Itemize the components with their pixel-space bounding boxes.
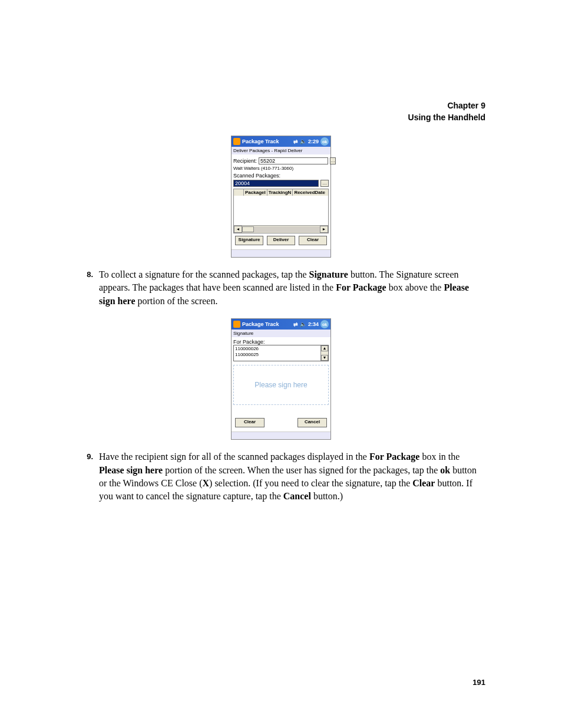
clear-signature-button[interactable]: Clear <box>235 418 265 427</box>
screen-subtitle: Signature <box>232 330 330 337</box>
step-9: 9. Have the recipient sign for all of th… <box>77 450 485 503</box>
col-trackingno[interactable]: TrackingN <box>267 189 293 196</box>
step-body: Have the recipient sign for all of the s… <box>99 450 485 503</box>
clear-button[interactable]: Clear <box>299 236 327 245</box>
start-icon[interactable] <box>233 138 240 145</box>
page-number: 191 <box>472 678 485 687</box>
handheld-screenshot-signature: Package Track ⇄ 🔈 2:34 ok Signature For … <box>231 318 331 440</box>
recipient-lookup-button[interactable]: … <box>330 157 336 164</box>
handheld-screenshot-deliver: Package Track ⇄ 🔈 2:29 ok Deliver Packag… <box>231 136 331 258</box>
signature-button[interactable]: Signature <box>235 236 263 245</box>
wince-bottombar <box>232 249 330 257</box>
wince-titlebar: Package Track ⇄ 🔈 2:29 ok <box>232 136 330 147</box>
horizontal-scrollbar[interactable]: ◄ ► <box>234 225 328 233</box>
list-item[interactable]: 110000026 <box>235 346 319 352</box>
col-receiveddate[interactable]: ReceivedDate <box>293 189 328 196</box>
sound-icon[interactable]: 🔈 <box>300 321 306 327</box>
start-icon[interactable] <box>233 321 240 328</box>
scroll-right-icon[interactable]: ► <box>320 226 328 233</box>
for-package-listbox[interactable]: 110000026 110000025 ▲ ▼ <box>233 345 329 361</box>
app-title: Package Track <box>242 321 292 327</box>
step-body: To collect a signature for the scanned p… <box>99 268 485 308</box>
signature-placeholder: Please sign here <box>254 381 307 389</box>
chapter-label: Chapter 9 <box>408 100 485 112</box>
scan-input[interactable] <box>233 180 319 187</box>
scroll-down-icon[interactable]: ▼ <box>321 355 328 361</box>
deliver-button[interactable]: Deliver <box>267 236 295 245</box>
recipient-input[interactable] <box>259 157 328 164</box>
ok-button[interactable]: ok <box>320 137 329 146</box>
recipient-label: Recipient: <box>233 158 257 164</box>
step-8: 8. To collect a signature for the scanne… <box>77 268 485 308</box>
page-header: Chapter 9 Using the Handheld <box>408 100 485 123</box>
cancel-button[interactable]: Cancel <box>297 418 327 427</box>
scan-lookup-button[interactable]: … <box>320 180 329 187</box>
wince-titlebar: Package Track ⇄ 🔈 2:34 ok <box>232 319 330 330</box>
sound-icon[interactable]: 🔈 <box>300 139 306 144</box>
signature-capture-area[interactable]: Please sign here <box>233 365 329 405</box>
screen-subtitle: Deliver Packages - Rapid Deliver <box>232 147 330 154</box>
vertical-scrollbar[interactable]: ▲ ▼ <box>320 345 328 361</box>
scanned-packages-label: Scanned Packages: <box>233 173 329 179</box>
chapter-title: Using the Handheld <box>408 112 485 124</box>
step-number: 8. <box>77 268 99 308</box>
ok-button[interactable]: ok <box>320 320 329 328</box>
scroll-up-icon[interactable]: ▲ <box>321 345 328 351</box>
step-number: 9. <box>77 450 99 503</box>
sync-icon[interactable]: ⇄ <box>293 139 298 144</box>
sync-icon[interactable]: ⇄ <box>293 321 298 327</box>
scroll-left-icon[interactable]: ◄ <box>234 226 242 233</box>
app-title: Package Track <box>242 139 292 144</box>
clock: 2:29 <box>308 139 319 144</box>
clock: 2:34 <box>308 321 319 327</box>
list-item[interactable]: 110000025 <box>235 352 319 358</box>
packages-table: PackageI TrackingN ReceivedDate ◄ ► <box>233 189 329 233</box>
packages-table-body <box>234 196 328 225</box>
for-package-label: For Package: <box>233 339 329 345</box>
recipient-name: Walt Walters (410-771-3060) <box>233 166 329 171</box>
col-packageid[interactable]: PackageI <box>244 189 267 196</box>
wince-bottombar <box>232 431 330 439</box>
